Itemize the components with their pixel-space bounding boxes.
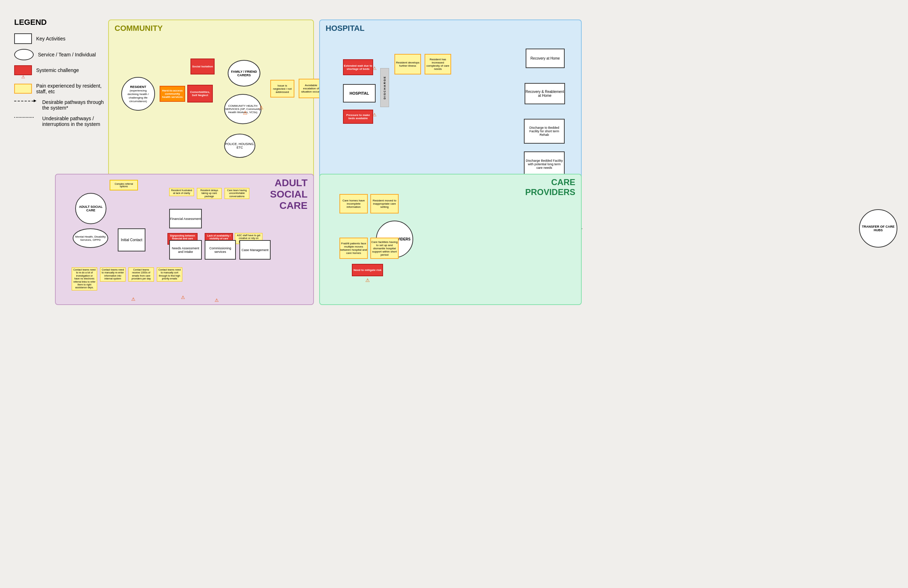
hospital-main-node: HOSPITAL: [343, 84, 376, 103]
legend-label-pain: Pain experienced by resident, staff, etc: [36, 83, 106, 94]
adult-social-section: ADULTSOCIALCARE Complex referral options…: [55, 174, 314, 305]
recovery-home-node: Recovery at Home: [526, 48, 565, 68]
resident-label: RESIDENT(experiencing declining health /…: [122, 83, 154, 105]
mental-health-node: Mental Health, Disability Services, OPPD: [73, 229, 108, 248]
legend-label-service-team: Service / Team / Individual: [38, 52, 96, 58]
social-isolation-node: Social Isolation: [190, 58, 214, 74]
financial-assessment-node: Financial Assessment: [169, 209, 202, 229]
systemic-challenge-icon: [14, 65, 32, 75]
asc-warning-3: ⚠: [181, 295, 185, 300]
pain-note-delays: Resident delays taking up care package: [197, 188, 222, 199]
community-title: COMMUNITY: [109, 20, 313, 37]
contact-pain-2: Contact teams need to manually re-enter …: [100, 267, 126, 282]
community-health-node: COMMUNITY HEALTH SERVICES (GP, Community…: [224, 94, 261, 124]
family-carers-node: FAMILY / FRIEND CARERS: [228, 60, 260, 87]
complex-referral-note: Complex referral options: [109, 180, 138, 190]
service-team-icon: [14, 49, 34, 60]
community-section: COMMUNITY RESIDENT(experiencing declinin…: [108, 19, 314, 183]
discharge-bedded-ltc-node: Discharge Bedded Facility with potential…: [524, 151, 565, 177]
legend-label-undesirable: Undesirable pathways / interruptions in …: [42, 116, 106, 127]
contact-pain-4: Contact teams need to manually sort thro…: [157, 267, 182, 282]
needs-assessment-node: Needs Assessment and Intake: [169, 240, 202, 259]
pressure-beds-node: Pressure to make beds available: [343, 110, 373, 124]
legend-item-service-team: Service / Team / Individual: [14, 49, 106, 60]
community-warning-2: ⚠: [259, 105, 264, 110]
pain-note-frustrated: Resident frustrated at lack of clarity: [169, 188, 194, 196]
hard-access-node: Hard-to-access community health services: [159, 86, 185, 102]
hospital-warning-1: ⚠: [372, 66, 377, 71]
undesirable-path-icon: [14, 117, 34, 118]
key-activities-icon: [14, 33, 32, 44]
comorbidities-node: Comorbidities, Self Neglect: [187, 85, 213, 103]
commissioning-node: Commissioning services: [204, 240, 236, 259]
legend-label-desirable: Desirable pathways through the system*: [42, 99, 106, 111]
legend-label-systemic: Systemic challenge: [36, 68, 79, 73]
legend-item-desirable: Desirable pathways through the system*: [14, 99, 106, 111]
legend-label-key-activities: Key Activities: [36, 36, 65, 42]
legend: LEGEND Key Activities Service / Team / I…: [14, 18, 106, 132]
resident-complexity-node: Resident has increased complexity of car…: [425, 54, 451, 74]
pain-note-conversations: Care team having uncomfortable conversat…: [224, 188, 250, 199]
asc-main-node: ADULT SOCIAL CARE: [75, 193, 106, 224]
resident-moved-node: Resident moved to inappropriate care set…: [370, 194, 399, 214]
resident-node: RESIDENT(experiencing declining health /…: [121, 77, 155, 111]
hospital-title: HOSPITAL: [320, 20, 581, 37]
hospital-section: HOSPITAL HOSPITAL DISCHARGE Extended wai…: [319, 19, 582, 183]
resident-illness-node: Resident develops further illness: [394, 54, 421, 74]
case-management-node: Case Management: [240, 240, 270, 259]
contact-pain-1: Contact teams need to re-do a lot of inv…: [72, 267, 97, 290]
transfer-care-hubs-node: TRANSFER OF CARE HUBS: [859, 209, 897, 248]
community-warning-1: ⚠: [243, 110, 248, 116]
legend-item-pain: Pain experienced by resident, staff, etc: [14, 83, 106, 94]
asc-warning-1: ⚠: [131, 296, 135, 302]
asc-warning-2: ⚠: [214, 298, 219, 303]
frail-patients-node: Frail/ill patients face multiple moves b…: [340, 238, 368, 259]
police-housing-node: POLICE, HOUSING, ETC: [224, 134, 255, 158]
contact-pain-3: Contact teams receive 1000s of emails fr…: [129, 267, 154, 282]
recovery-reablement-node: Recovery & Reablement at Home: [525, 83, 565, 104]
desirable-path-icon: [14, 101, 34, 101]
mitigate-warning: ⚠: [365, 277, 370, 283]
care-providers-section: CAREPROVIDERS Care homes have incomplete…: [319, 174, 582, 305]
legend-item-undesirable: Undesirable pathways / interruptions in …: [14, 116, 106, 127]
discharge-label: DISCHARGE: [380, 68, 389, 107]
issue-neglected-node: Issue is neglected / not addressed: [270, 80, 295, 98]
extended-wait-node: Extended wait due to shortage of beds: [343, 59, 373, 75]
hospital-warning-2: ⚠: [372, 112, 377, 118]
care-homes-info-node: Care homes have incomplete information: [340, 194, 368, 214]
legend-item-key-activities: Key Activities: [14, 33, 106, 44]
need-mitigate-node: Need to mitigate risk: [352, 264, 383, 276]
discharge-bedded-rehab-node: Discharge to Bedded Facility for short t…: [524, 119, 565, 143]
legend-title: LEGEND: [14, 18, 106, 27]
initial-contact-node: Initial Contact: [118, 229, 145, 251]
care-facilities-node: Care facilities having to set up and dis…: [370, 238, 399, 259]
legend-item-systemic: Systemic challenge: [14, 65, 106, 75]
pain-icon: [14, 84, 32, 93]
